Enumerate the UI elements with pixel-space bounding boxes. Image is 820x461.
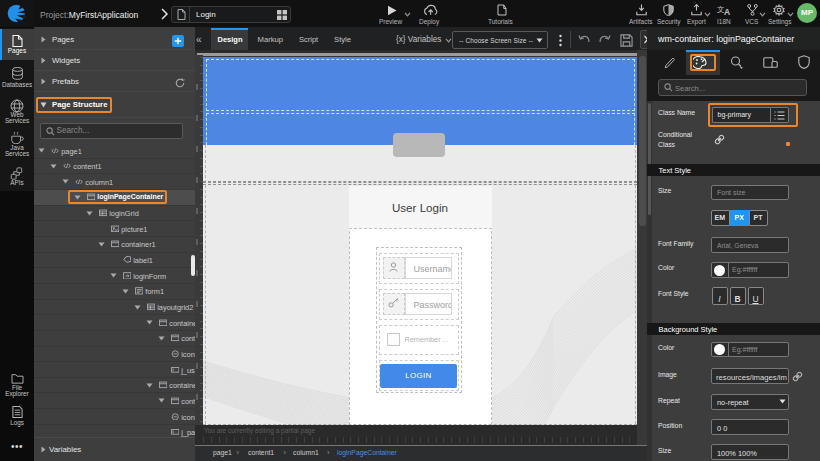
svg-text:A: A	[724, 7, 730, 16]
